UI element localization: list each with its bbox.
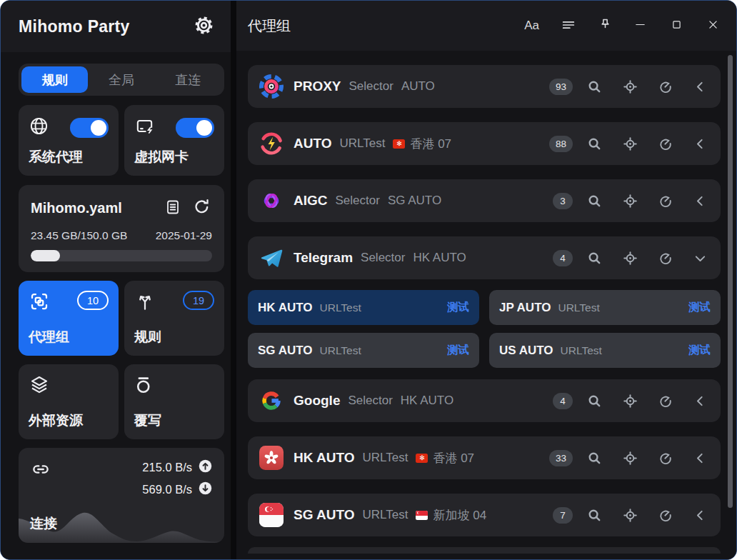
search-button[interactable] <box>585 77 604 96</box>
speedtest-button[interactable] <box>656 191 675 210</box>
group-name: Google <box>294 393 340 409</box>
maximize-button[interactable] <box>669 17 684 34</box>
locate-icon <box>622 136 638 152</box>
expand-button[interactable] <box>691 506 709 524</box>
node-test-button[interactable]: 测试 <box>688 300 711 315</box>
app-title: Mihomo Party <box>19 17 193 36</box>
search-button[interactable] <box>585 391 604 411</box>
locate-button[interactable] <box>621 391 640 411</box>
search-button[interactable] <box>585 506 604 525</box>
minimize-button[interactable] <box>633 17 648 34</box>
search-button[interactable] <box>585 134 604 154</box>
profile-card[interactable]: Mihomo.yaml <box>19 185 224 272</box>
node-card-us-auto[interactable]: US AUTO URLTest 测试 <box>489 333 721 368</box>
search-button[interactable] <box>585 191 604 211</box>
gauge-icon <box>658 450 673 466</box>
locate-icon <box>622 193 638 209</box>
proxy-group-row-expanded[interactable]: Telegram Selector HK AUTO 4 <box>248 236 721 279</box>
node-card-jp-auto[interactable]: JP AUTO URLTest 测试 <box>489 290 721 325</box>
node-card-sg-auto[interactable]: SG AUTO URLTest 测试 <box>248 333 479 368</box>
text-size-button[interactable]: Aa <box>523 17 541 34</box>
system-proxy-card[interactable]: 系统代理 <box>19 105 119 176</box>
speedtest-button[interactable] <box>656 506 675 524</box>
group-type: Selector <box>336 194 380 208</box>
expand-button[interactable] <box>691 192 709 210</box>
tab-rule-mode[interactable]: 规则 <box>21 66 88 93</box>
main-header: 代理组 Aa <box>236 1 736 51</box>
search-button[interactable] <box>585 449 604 468</box>
profile-usage: 23.45 GB/150.0 GB <box>31 229 127 242</box>
node-name: SG AUTO <box>258 344 313 358</box>
search-button[interactable] <box>585 249 604 268</box>
locate-button[interactable] <box>621 191 640 211</box>
close-button[interactable] <box>706 17 721 34</box>
sidebar-content: 规则 全局 直连 系统代理 <box>1 52 231 559</box>
chevron-left-icon <box>693 451 708 466</box>
group-current-node: AUTO <box>401 79 435 94</box>
locate-button[interactable] <box>621 249 640 268</box>
node-test-button[interactable]: 测试 <box>688 343 711 358</box>
node-type: URLTest <box>320 344 361 357</box>
telegram-logo-icon <box>259 245 284 271</box>
proxy-group-row[interactable]: PROXY Selector AUTO 93 <box>248 65 721 108</box>
proxy-group-row[interactable]: SG AUTO URLTest 新加坡 04 7 <box>248 494 721 536</box>
edit-profile-button[interactable] <box>163 196 183 219</box>
aigc-logo-icon <box>259 188 284 214</box>
locate-button[interactable] <box>621 506 640 525</box>
update-profile-button[interactable] <box>191 196 212 219</box>
speedtest-button[interactable] <box>656 77 675 96</box>
proxy-group-row[interactable]: AIGC Selector SG AUTO 3 <box>248 179 721 222</box>
pin-button[interactable] <box>596 16 614 36</box>
tab-global-mode[interactable]: 全局 <box>88 66 154 93</box>
proxy-group-row[interactable]: Google Selector HK AUTO 4 <box>248 379 721 422</box>
speedtest-button[interactable] <box>656 449 675 467</box>
group-type: URLTest <box>363 451 408 465</box>
proxy-group-row[interactable]: HK AUTO URLTest 香港 07 33 <box>248 436 721 479</box>
speedtest-button[interactable] <box>656 134 675 153</box>
locate-button[interactable] <box>621 449 640 468</box>
expand-button[interactable] <box>691 392 709 410</box>
expand-button[interactable] <box>691 135 709 153</box>
chevron-left-icon <box>693 79 708 94</box>
node-test-button[interactable]: 测试 <box>447 300 469 315</box>
chevron-left-icon <box>693 194 708 209</box>
tun-card[interactable]: 虚拟网卡 <box>124 105 224 176</box>
chevron-left-icon <box>693 136 708 151</box>
sort-lines-icon <box>561 17 576 35</box>
gauge-icon <box>658 393 673 409</box>
expand-button[interactable] <box>691 78 709 96</box>
proxy-group-row[interactable]: AUTO URLTest 香港 07 88 <box>248 122 721 165</box>
rules-label: 规则 <box>134 328 214 346</box>
tun-toggle[interactable] <box>176 118 214 138</box>
locate-button[interactable] <box>621 134 640 154</box>
gear-icon <box>194 16 214 37</box>
google-logo-icon <box>259 388 284 414</box>
sidebar-item-connections[interactable]: 215.0 B/s 569.0 B/s <box>19 448 224 543</box>
node-type: URLTest <box>320 301 361 314</box>
sidebar-item-override[interactable]: 覆写 <box>124 364 224 439</box>
node-count-badge: 33 <box>549 450 573 466</box>
gauge-icon <box>658 193 673 209</box>
tab-direct-mode[interactable]: 直连 <box>155 66 221 93</box>
usage-progress-fill <box>31 250 60 261</box>
speedtest-button[interactable] <box>656 249 675 267</box>
sort-button[interactable] <box>559 16 578 36</box>
external-resources-label: 外部资源 <box>29 411 109 430</box>
node-card-hk-auto[interactable]: HK AUTO URLTest 测试 <box>248 290 479 325</box>
locate-button[interactable] <box>621 77 640 96</box>
group-type: URLTest <box>363 508 408 522</box>
expand-button[interactable] <box>691 449 709 467</box>
system-proxy-toggle[interactable] <box>70 118 109 138</box>
node-test-button[interactable]: 测试 <box>447 343 469 358</box>
page-title: 代理组 <box>248 16 523 36</box>
settings-button[interactable] <box>193 14 215 39</box>
sidebar-item-rules[interactable]: 19 规则 <box>124 281 224 356</box>
group-type: Selector <box>348 394 392 408</box>
telegram-node-grid: HK AUTO URLTest 测试 JP AUTO URLTest 测试 SG… <box>248 290 721 368</box>
sidebar-item-external-resources[interactable]: 外部资源 <box>19 364 119 439</box>
sidebar-item-proxy-groups[interactable]: 10 代理组 <box>19 281 119 356</box>
speedtest-button[interactable] <box>656 391 675 410</box>
vertical-scrollbar[interactable] <box>728 55 733 508</box>
collapse-button[interactable] <box>691 249 709 267</box>
next-row-partial <box>248 547 721 554</box>
